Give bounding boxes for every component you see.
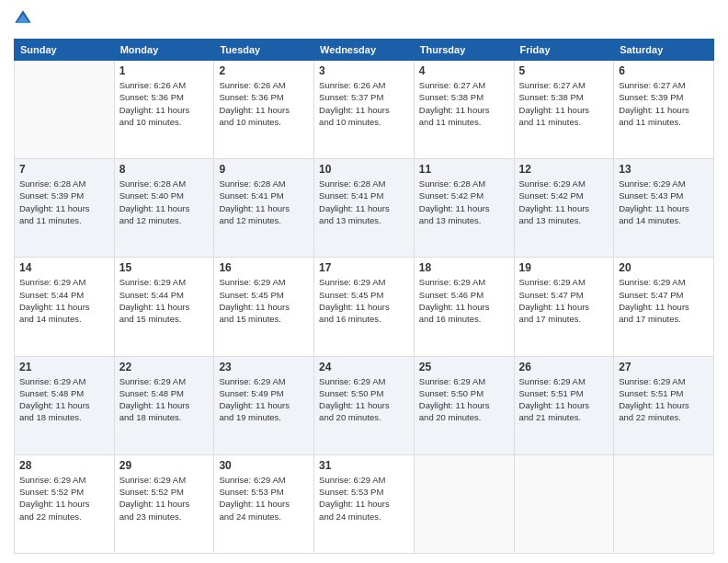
day-info: Sunrise: 6:29 AM Sunset: 5:43 PM Dayligh… <box>619 178 709 226</box>
day-number: 26 <box>519 361 609 373</box>
calendar-cell: 18Sunrise: 6:29 AM Sunset: 5:46 PM Dayli… <box>414 258 514 356</box>
day-number: 7 <box>19 163 109 176</box>
logo-icon <box>14 9 32 28</box>
day-number: 30 <box>219 459 309 472</box>
calendar-cell: 20Sunrise: 6:29 AM Sunset: 5:47 PM Dayli… <box>614 258 714 356</box>
day-number: 17 <box>319 261 409 274</box>
calendar-cell: 2Sunrise: 6:26 AM Sunset: 5:36 PM Daylig… <box>214 61 314 159</box>
page: SundayMondayTuesdayWednesdayThursdayFrid… <box>0 0 728 563</box>
calendar-cell: 27Sunrise: 6:29 AM Sunset: 5:51 PM Dayli… <box>614 356 714 454</box>
calendar-cell: 17Sunrise: 6:29 AM Sunset: 5:45 PM Dayli… <box>314 258 415 356</box>
calendar-week-3: 14Sunrise: 6:29 AM Sunset: 5:44 PM Dayli… <box>15 258 714 356</box>
day-number: 16 <box>219 261 309 274</box>
day-info: Sunrise: 6:29 AM Sunset: 5:47 PM Dayligh… <box>519 276 609 325</box>
day-number: 21 <box>19 361 109 373</box>
calendar-header-saturday: Saturday <box>614 40 714 61</box>
calendar-cell: 13Sunrise: 6:29 AM Sunset: 5:43 PM Dayli… <box>614 159 714 258</box>
day-info: Sunrise: 6:27 AM Sunset: 5:39 PM Dayligh… <box>619 79 709 128</box>
calendar-cell: 1Sunrise: 6:26 AM Sunset: 5:36 PM Daylig… <box>114 61 214 159</box>
calendar-week-2: 7Sunrise: 6:28 AM Sunset: 5:39 PM Daylig… <box>15 159 714 258</box>
calendar-cell: 21Sunrise: 6:29 AM Sunset: 5:48 PM Dayli… <box>15 356 115 454</box>
calendar-cell: 31Sunrise: 6:29 AM Sunset: 5:53 PM Dayli… <box>314 454 415 553</box>
day-info: Sunrise: 6:29 AM Sunset: 5:53 PM Dayligh… <box>219 474 309 523</box>
day-info: Sunrise: 6:29 AM Sunset: 5:44 PM Dayligh… <box>119 276 210 325</box>
day-number: 12 <box>519 163 609 176</box>
day-number: 28 <box>19 459 109 472</box>
day-number: 25 <box>419 361 509 373</box>
day-info: Sunrise: 6:29 AM Sunset: 5:47 PM Dayligh… <box>619 276 709 325</box>
day-number: 1 <box>119 64 210 77</box>
day-info: Sunrise: 6:29 AM Sunset: 5:44 PM Dayligh… <box>19 276 109 325</box>
day-number: 22 <box>119 361 210 373</box>
day-info: Sunrise: 6:28 AM Sunset: 5:41 PM Dayligh… <box>319 178 409 226</box>
day-info: Sunrise: 6:29 AM Sunset: 5:49 PM Dayligh… <box>219 375 309 424</box>
calendar-cell <box>15 61 115 159</box>
day-info: Sunrise: 6:27 AM Sunset: 5:38 PM Dayligh… <box>519 79 609 128</box>
calendar-cell: 8Sunrise: 6:28 AM Sunset: 5:40 PM Daylig… <box>114 159 214 258</box>
day-number: 4 <box>419 64 509 77</box>
day-number: 3 <box>319 64 409 77</box>
day-number: 18 <box>419 261 509 274</box>
day-info: Sunrise: 6:29 AM Sunset: 5:45 PM Dayligh… <box>319 276 409 325</box>
day-number: 23 <box>219 361 309 373</box>
day-number: 8 <box>119 163 210 176</box>
day-number: 27 <box>619 361 709 373</box>
calendar-table: SundayMondayTuesdayWednesdayThursdayFrid… <box>14 39 714 554</box>
calendar-cell: 7Sunrise: 6:28 AM Sunset: 5:39 PM Daylig… <box>15 159 115 258</box>
calendar-header-thursday: Thursday <box>414 40 514 61</box>
calendar-cell: 10Sunrise: 6:28 AM Sunset: 5:41 PM Dayli… <box>314 159 415 258</box>
calendar-cell: 15Sunrise: 6:29 AM Sunset: 5:44 PM Dayli… <box>114 258 214 356</box>
calendar-cell: 24Sunrise: 6:29 AM Sunset: 5:50 PM Dayli… <box>314 356 415 454</box>
calendar-cell: 11Sunrise: 6:28 AM Sunset: 5:42 PM Dayli… <box>414 159 514 258</box>
day-number: 9 <box>219 163 309 176</box>
calendar-cell: 14Sunrise: 6:29 AM Sunset: 5:44 PM Dayli… <box>15 258 115 356</box>
day-info: Sunrise: 6:26 AM Sunset: 5:37 PM Dayligh… <box>319 79 409 128</box>
calendar-cell: 19Sunrise: 6:29 AM Sunset: 5:47 PM Dayli… <box>514 258 614 356</box>
logo <box>14 9 36 31</box>
calendar-header-wednesday: Wednesday <box>314 40 415 61</box>
day-info: Sunrise: 6:29 AM Sunset: 5:52 PM Dayligh… <box>19 474 109 523</box>
calendar-header-row: SundayMondayTuesdayWednesdayThursdayFrid… <box>15 40 714 61</box>
day-number: 2 <box>219 64 309 77</box>
calendar-cell: 5Sunrise: 6:27 AM Sunset: 5:38 PM Daylig… <box>514 61 614 159</box>
calendar-header-friday: Friday <box>514 40 614 61</box>
calendar-cell: 12Sunrise: 6:29 AM Sunset: 5:42 PM Dayli… <box>514 159 614 258</box>
day-info: Sunrise: 6:28 AM Sunset: 5:42 PM Dayligh… <box>419 178 509 226</box>
calendar-cell: 26Sunrise: 6:29 AM Sunset: 5:51 PM Dayli… <box>514 356 614 454</box>
day-info: Sunrise: 6:29 AM Sunset: 5:46 PM Dayligh… <box>419 276 509 325</box>
day-number: 10 <box>319 163 409 176</box>
calendar-header-monday: Monday <box>114 40 214 61</box>
calendar-header-tuesday: Tuesday <box>214 40 314 61</box>
calendar-week-1: 1Sunrise: 6:26 AM Sunset: 5:36 PM Daylig… <box>15 61 714 159</box>
day-info: Sunrise: 6:29 AM Sunset: 5:45 PM Dayligh… <box>219 276 309 325</box>
day-number: 31 <box>319 459 409 472</box>
day-number: 14 <box>19 261 109 274</box>
calendar-cell: 29Sunrise: 6:29 AM Sunset: 5:52 PM Dayli… <box>114 454 214 553</box>
day-info: Sunrise: 6:29 AM Sunset: 5:51 PM Dayligh… <box>519 375 609 424</box>
day-info: Sunrise: 6:29 AM Sunset: 5:51 PM Dayligh… <box>619 375 709 424</box>
day-number: 13 <box>619 163 709 176</box>
header <box>14 9 714 31</box>
day-info: Sunrise: 6:29 AM Sunset: 5:48 PM Dayligh… <box>19 375 109 424</box>
calendar-cell: 30Sunrise: 6:29 AM Sunset: 5:53 PM Dayli… <box>214 454 314 553</box>
day-number: 20 <box>619 261 709 274</box>
calendar-cell: 16Sunrise: 6:29 AM Sunset: 5:45 PM Dayli… <box>214 258 314 356</box>
day-number: 11 <box>419 163 509 176</box>
day-info: Sunrise: 6:29 AM Sunset: 5:48 PM Dayligh… <box>119 375 210 424</box>
calendar-cell: 25Sunrise: 6:29 AM Sunset: 5:50 PM Dayli… <box>414 356 514 454</box>
day-info: Sunrise: 6:28 AM Sunset: 5:40 PM Dayligh… <box>119 178 210 226</box>
calendar-cell <box>414 454 514 553</box>
calendar-week-4: 21Sunrise: 6:29 AM Sunset: 5:48 PM Dayli… <box>15 356 714 454</box>
day-info: Sunrise: 6:28 AM Sunset: 5:41 PM Dayligh… <box>219 178 309 226</box>
calendar-cell: 28Sunrise: 6:29 AM Sunset: 5:52 PM Dayli… <box>15 454 115 553</box>
calendar-cell: 6Sunrise: 6:27 AM Sunset: 5:39 PM Daylig… <box>614 61 714 159</box>
day-number: 5 <box>519 64 609 77</box>
calendar-header-sunday: Sunday <box>15 40 115 61</box>
day-number: 6 <box>619 64 709 77</box>
day-info: Sunrise: 6:27 AM Sunset: 5:38 PM Dayligh… <box>419 79 509 128</box>
calendar-cell: 22Sunrise: 6:29 AM Sunset: 5:48 PM Dayli… <box>114 356 214 454</box>
calendar-cell <box>514 454 614 553</box>
day-info: Sunrise: 6:26 AM Sunset: 5:36 PM Dayligh… <box>119 79 210 128</box>
day-number: 29 <box>119 459 210 472</box>
day-info: Sunrise: 6:29 AM Sunset: 5:50 PM Dayligh… <box>319 375 409 424</box>
